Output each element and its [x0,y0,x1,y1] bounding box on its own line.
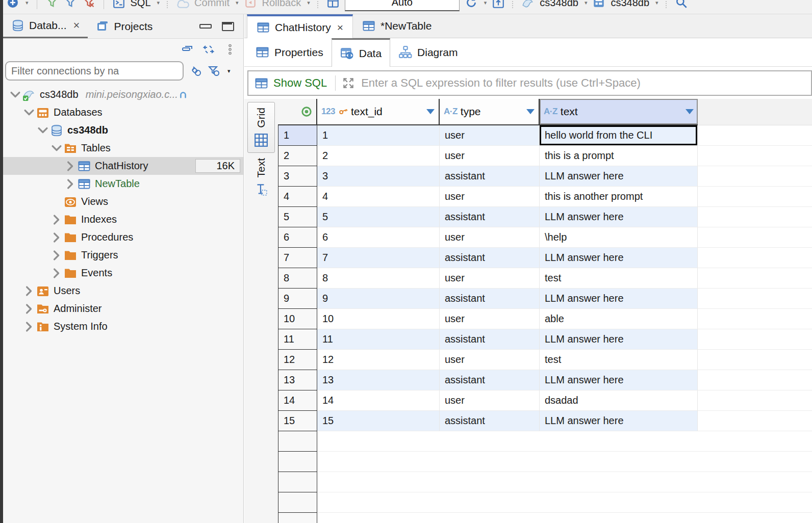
grid-cell-text_id[interactable]: 7 [317,248,440,268]
subtab-data[interactable]: Data [332,38,390,67]
active-connection-caret[interactable]: ▾ [585,0,588,6]
grid-cell-type[interactable]: user [440,268,540,289]
tx-mode-select[interactable]: Auto [345,0,460,11]
subtab-diagram[interactable]: Diagram [390,38,466,66]
chevron-right-icon[interactable] [22,322,36,331]
presentation-tab-text[interactable]: Text [247,153,275,202]
tree-item-administer[interactable]: Administer [3,300,243,318]
row-number[interactable]: 10 [278,309,317,329]
commit-icon[interactable] [176,0,189,9]
filter-connections-icon[interactable] [208,65,220,77]
filter-caret[interactable]: ▾ [227,68,231,74]
grid-cell-text[interactable]: test [540,268,698,289]
subtab-properties[interactable]: Properties [247,38,332,66]
grid-cell-text_id[interactable]: 5 [317,207,440,227]
presentation-tab-grid[interactable]: Grid [247,102,275,153]
grid-cell-text_id[interactable]: 10 [317,309,440,329]
grid-cell-text[interactable]: LLM answer here [540,248,698,268]
grid-cell-text_id[interactable]: 14 [317,390,440,411]
maximize-panel-icon[interactable] [222,22,234,31]
new-connection-caret[interactable]: ▾ [26,0,29,6]
grid-cell-text_id[interactable]: 12 [317,350,440,370]
grid-cell-text_id[interactable]: 8 [317,268,440,289]
tree-item-views[interactable]: Views [3,193,243,211]
refresh-caret[interactable]: ▾ [484,0,487,6]
sql-editor-caret[interactable]: ▾ [157,0,160,6]
row-number[interactable]: 8 [278,268,317,289]
column-dropdown-icon[interactable] [686,109,694,114]
row-number[interactable]: 2 [278,146,317,166]
grid-cell-text_id[interactable]: 2 [317,146,440,166]
tree-item-triggers[interactable]: Triggers [3,246,243,264]
grid-cell-text[interactable]: LLM answer here [540,166,698,187]
grid-cell-type[interactable]: user [440,390,540,411]
tree-item-newtable[interactable]: NewTable [3,175,243,193]
refresh-icon[interactable] [465,0,478,9]
tree-item-users[interactable]: Users [3,282,243,300]
grid-cell-type[interactable]: assistant [440,248,540,268]
chevron-right-icon[interactable] [22,286,36,296]
grid-cell-text[interactable]: able [540,309,698,329]
row-number[interactable]: 12 [278,350,317,370]
row-number[interactable]: 6 [278,227,317,248]
grid-cell-type[interactable]: assistant [440,207,540,227]
connection-filter-input[interactable] [5,61,184,81]
grid-cell-type[interactable]: user [440,187,540,207]
chevron-right-icon[interactable] [63,179,78,189]
tree-item-indexes[interactable]: Indexes [3,211,243,228]
grid-cell-text[interactable]: this is a prompt [540,146,698,166]
column-dropdown-icon[interactable] [426,109,435,114]
sql-editor-icon[interactable] [112,0,125,9]
commit-caret[interactable]: ▾ [236,0,239,6]
grid-cell-text[interactable]: hello world from the CLI [540,125,698,146]
link-with-editor-icon[interactable] [202,43,215,56]
grid-cell-text[interactable]: dsadad [540,390,698,411]
active-database-label[interactable]: cs348db [611,0,649,9]
row-number[interactable] [278,452,317,472]
active-database-caret[interactable]: ▾ [655,0,658,6]
filter-remove-icon[interactable] [82,0,95,9]
chevron-down-icon[interactable] [36,126,50,135]
close-icon[interactable]: × [73,19,80,32]
grid-cell-text_id[interactable]: 11 [317,329,440,350]
row-number[interactable]: 5 [278,207,317,227]
row-number[interactable]: 14 [278,390,317,411]
commit-label[interactable]: Commit [194,0,230,9]
connect-plug-icon[interactable] [190,65,202,77]
tab-database-navigator[interactable]: Datab... × [3,14,88,38]
tx-mode-icon[interactable] [326,0,340,9]
grid-cell-text[interactable]: LLM answer here [540,289,698,309]
tree-item-system-info[interactable]: System Info [3,318,243,335]
close-icon[interactable]: × [337,21,343,34]
grid-cell-text[interactable]: LLM answer here [540,411,698,431]
collapse-all-icon[interactable] [181,43,193,56]
row-number[interactable] [278,431,317,452]
editor-tab-chathistory[interactable]: ChatHistory × [247,14,353,38]
chevron-right-icon[interactable] [22,304,36,313]
row-number[interactable]: 15 [278,411,317,431]
grid-cell-type[interactable]: assistant [440,411,540,431]
tree-item-chathistory[interactable]: ChatHistory16K [3,157,243,175]
filter-refresh-icon[interactable] [64,0,77,9]
search-icon[interactable] [675,0,688,9]
row-number-header[interactable] [278,99,317,125]
tree-item-cs348db[interactable]: cs348db [3,121,243,139]
minimize-panel-icon[interactable] [199,24,212,29]
grid-cell-type[interactable]: user [440,309,540,329]
active-connection-icon[interactable] [521,0,535,9]
row-number[interactable] [278,513,317,523]
grid-cell-type[interactable]: user [440,146,540,166]
column-header-text[interactable]: A·Z text [540,99,698,125]
new-connection-icon[interactable] [6,0,19,9]
rollback-caret[interactable]: ▾ [307,0,310,6]
editor-tab-newtable[interactable]: *NewTable [353,14,441,38]
grid-cell-text[interactable]: LLM answer here [540,207,698,227]
grid-cell-text[interactable]: test [540,350,698,370]
chevron-right-icon[interactable] [49,269,64,278]
grid-cell-type[interactable]: assistant [440,329,540,350]
active-connection-label[interactable]: cs348db [540,0,578,9]
grid-cell-text_id[interactable]: 6 [317,227,440,248]
row-number[interactable]: 9 [278,289,317,309]
tab-projects[interactable]: Projects [88,14,161,38]
grid-cell-type[interactable]: user [440,350,540,370]
